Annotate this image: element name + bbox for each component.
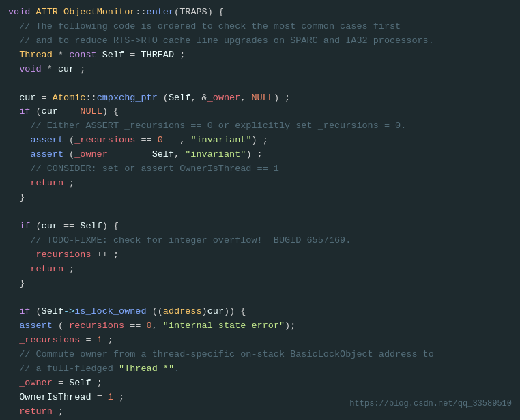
watermark: https://blog.csdn.net/qq_33589510 <box>349 397 512 410</box>
code-container: void ATTR ObjectMonitor::enter(TRAPS) { … <box>0 0 520 420</box>
code-line-26: // a full-fledged "Thread *". <box>8 362 512 376</box>
code-line-15 <box>8 205 512 220</box>
code-line-3: // and to reduce RTS->RTO cache line upg… <box>8 34 512 48</box>
code-line-2: // The following code is ordered to chec… <box>8 20 512 34</box>
code-line-19: return ; <box>8 262 512 277</box>
code-line-12: // CONSIDER: set or assert OwnerIsThread… <box>8 162 512 177</box>
code-line-5: void * cur ; <box>8 63 512 77</box>
code-line-8: if (cur == NULL) { <box>8 105 512 119</box>
code-line-21 <box>8 290 512 305</box>
code-line-16: if (cur == Self) { <box>8 220 512 234</box>
code-line-9: // Either ASSERT _recursions == 0 or exp… <box>8 119 512 134</box>
code-line-24: _recursions = 1 ; <box>8 333 512 348</box>
code-line-13: return ; <box>8 177 512 191</box>
code-line-22: if (Self->is_lock_owned ((address)cur)) … <box>8 305 512 319</box>
code-line-14: } <box>8 191 512 205</box>
code-line-25: // Commute owner from a thread-specific … <box>8 348 512 362</box>
code-line-23: assert (_recursions == 0, "internal stat… <box>8 319 512 333</box>
code-line-17: // TODO-FIXME: check for integer overflo… <box>8 234 512 248</box>
code-line-1: void ATTR ObjectMonitor::enter(TRAPS) { <box>8 5 512 20</box>
code-line-6 <box>8 77 512 91</box>
code-line-18: _recursions ++ ; <box>8 248 512 262</box>
code-line-27: _owner = Self ; <box>8 376 512 391</box>
code-line-20: } <box>8 277 512 291</box>
code-line-10: assert (_recursions == 0 , "invariant") … <box>8 134 512 148</box>
code-line-7: cur = Atomic::cmpxchg_ptr (Self, &_owner… <box>8 91 512 106</box>
code-line-4: Thread * const Self = THREAD ; <box>8 48 512 63</box>
code-line-11: assert (_owner == Self, "invariant") ; <box>8 148 512 162</box>
